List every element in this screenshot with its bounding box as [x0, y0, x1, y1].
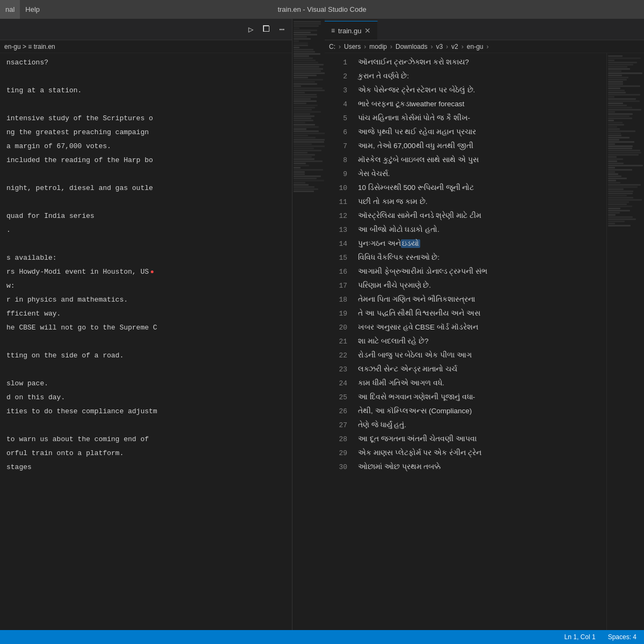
- left-minimap: [292, 19, 325, 630]
- status-spaces[interactable]: Spaces: 4: [606, 633, 639, 641]
- minimap-line: [608, 178, 627, 179]
- right-panel: ≡ train.gu ✕ C: › Users › modip › Downlo…: [325, 19, 644, 630]
- minimap-line: [294, 160, 323, 162]
- left-panel: ▷ ⧠ ⋯ en-gu > ≡ train.en nsactions? ting…: [0, 19, 292, 630]
- left-code-line: [0, 167, 292, 181]
- minimap-line: [294, 184, 309, 186]
- minimap-line: [294, 188, 318, 190]
- minimap-line: [608, 163, 624, 164]
- minimap-line: [294, 167, 301, 169]
- minimap-line: [608, 195, 627, 196]
- line-number: 3: [325, 83, 347, 97]
- tab-label: train.gu: [338, 27, 361, 35]
- left-code-line: fficient way.: [0, 306, 292, 320]
- left-code-line: ng the greatest preaching campaign: [0, 125, 292, 139]
- window-title: train.en - Visual Studio Code: [277, 5, 366, 13]
- tab-file-icon: ≡: [331, 27, 335, 34]
- minimap-line: [294, 72, 325, 74]
- minimap-line: [294, 77, 308, 78]
- minimap-line: [608, 66, 627, 68]
- minimap-line: [608, 77, 628, 78]
- minimap-line: [294, 94, 317, 96]
- tab-train-gu[interactable]: ≡ train.gu ✕: [325, 21, 378, 40]
- minimap-line: [294, 115, 314, 117]
- line-number: 11: [325, 195, 347, 209]
- minimap-line: [294, 182, 305, 184]
- minimap-line: [294, 124, 315, 126]
- minimap-line: [294, 55, 309, 57]
- right-editor[interactable]: 1234567891011121314151617181920212223242…: [325, 53, 644, 630]
- run-icon[interactable]: ▷: [246, 22, 256, 37]
- line-number: 17: [325, 279, 347, 292]
- left-code-line: ities to do these compliance adjustm: [0, 404, 292, 418]
- status-position[interactable]: Ln 1, Col 1: [562, 633, 598, 641]
- line-number: 19: [325, 306, 347, 320]
- minimap-line: [608, 191, 633, 192]
- minimap-line: [294, 137, 316, 138]
- left-code-line: r in physics and mathematics.: [0, 292, 292, 306]
- breadcrumb-c: C:: [329, 43, 335, 50]
- menu-nal[interactable]: nal: [0, 0, 20, 19]
- minimap-line: [294, 42, 308, 44]
- right-code-line: રોડની બાજુ પર બેઠેલા એક પીળા આગ: [352, 348, 606, 362]
- line-number: 18: [325, 292, 347, 306]
- minimap-line: [294, 105, 318, 106]
- left-code-line: orful train onto a platform.: [0, 446, 292, 460]
- breadcrumb-text: en-gu > ≡ train.en: [4, 43, 55, 50]
- minimap-line: [294, 109, 312, 111]
- line-numbers: 1234567891011121314151617181920212223242…: [325, 53, 352, 630]
- line-number: 1: [325, 55, 347, 69]
- left-code-line: [0, 195, 292, 209]
- minimap-line: [608, 167, 615, 169]
- minimap-line: [294, 111, 321, 113]
- left-code-line: ting at a station.: [0, 83, 292, 97]
- tab-close-button[interactable]: ✕: [364, 26, 371, 35]
- minimap-line: [294, 103, 306, 104]
- editor-area: ▷ ⧠ ⋯ en-gu > ≡ train.en nsactions? ting…: [0, 19, 644, 630]
- left-code-line: a margin of 67,000 votes.: [0, 139, 292, 153]
- minimap-line: [608, 107, 632, 108]
- split-editor-icon[interactable]: ⧠: [260, 22, 273, 36]
- minimap-line: [608, 156, 617, 158]
- line-number: 2: [325, 69, 347, 83]
- minimap-line: [294, 66, 319, 68]
- left-code-line: s available:: [0, 251, 292, 265]
- right-code-line: ખબર અનુસાર હવે CBSE બૉર્ડ મૉડરેશન: [352, 320, 606, 334]
- minimap-line: [294, 141, 324, 143]
- minimap-line: [294, 139, 325, 141]
- minimap-line: [294, 64, 324, 65]
- minimap-line: [608, 186, 638, 188]
- more-actions-icon[interactable]: ⋯: [277, 22, 287, 37]
- minimap-line: [608, 188, 624, 190]
- minimap-line: [608, 197, 633, 199]
- minimap-line: [608, 70, 621, 72]
- minimap-line: [608, 113, 633, 115]
- breadcrumb-en-gu: en-gu: [467, 43, 484, 50]
- minimap-line: [608, 210, 630, 211]
- minimap-line: [608, 126, 617, 128]
- left-code-line: included the reading of the Harp bo: [0, 153, 292, 167]
- left-editor[interactable]: nsactions? ting at a station. intensive …: [0, 53, 292, 630]
- line-number: 12: [325, 209, 347, 223]
- minimap-line: [608, 148, 632, 149]
- left-code-line: nsactions?: [0, 55, 292, 69]
- line-number: 14: [325, 237, 347, 251]
- minimap-line: [294, 145, 325, 147]
- right-code-line: પરિણામ નીચે પ્રમાણે છે.: [352, 279, 606, 292]
- minimap-line: [608, 79, 627, 80]
- minimap-line: [608, 115, 630, 117]
- minimap-line: [294, 23, 321, 25]
- line-number: 28: [325, 432, 347, 446]
- minimap-line: [608, 122, 623, 123]
- minimap-line: [608, 193, 633, 194]
- minimap-line: [608, 68, 630, 70]
- line-number: 5: [325, 111, 347, 125]
- menu-help[interactable]: Help: [20, 0, 45, 19]
- left-code-line: [0, 362, 292, 376]
- line-number: 16: [325, 265, 347, 279]
- right-code-line: શા માટે બદલાતી રહે છે?: [352, 334, 606, 348]
- left-code-line: [0, 69, 292, 83]
- right-code-line: એક માણસ પ્લેટફોર્મ પર એક રંગીન ટ્રેન: [352, 446, 606, 460]
- minimap-line: [608, 175, 621, 177]
- right-code-line: તે આ પદ્ધતિ સૌથી વિશ્વસનીય અને અસ: [352, 306, 606, 320]
